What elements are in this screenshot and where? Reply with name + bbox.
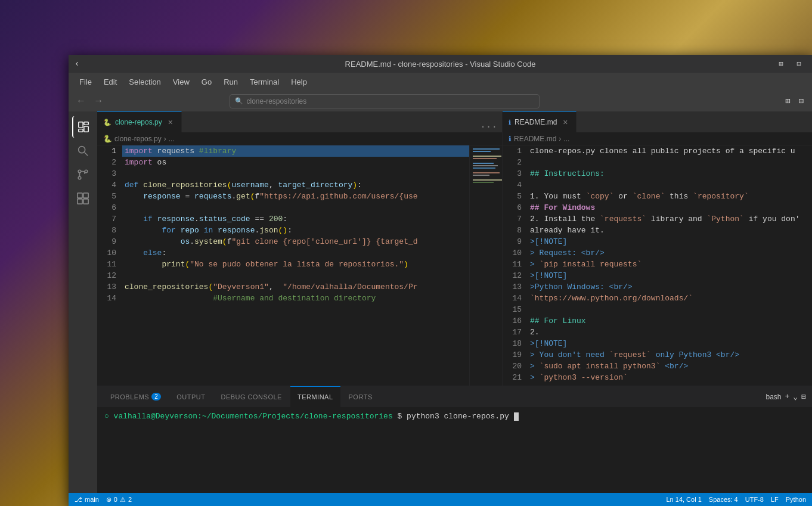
tab-clone-repos-py[interactable]: 🐍 clone-repos.py ×: [97, 111, 182, 132]
bottom-panel: PROBLEMS 2 OUTPUT DEBUG CONSOLE TERMINAL…: [97, 386, 812, 493]
tab-output[interactable]: OUTPUT: [169, 386, 212, 407]
menu-run[interactable]: Run: [219, 75, 243, 89]
left-tab-bar: 🐍 clone-repos.py × ···: [97, 111, 502, 132]
rln-4: 4: [503, 179, 528, 191]
forward-button[interactable]: →: [92, 95, 106, 108]
warning-count: 2: [128, 496, 132, 503]
line-num-3: 3: [97, 168, 122, 179]
readme-line-9: >[!NOTE]: [528, 236, 812, 247]
python-file-icon: 🐍: [103, 119, 111, 126]
menu-terminal[interactable]: Terminal: [245, 75, 284, 89]
tab-debug-console[interactable]: DEBUG CONSOLE: [213, 386, 289, 407]
rln-21: 21: [503, 372, 528, 383]
readme-line-6: ## For Windows: [528, 202, 812, 213]
tab-readme-md[interactable]: ℹ README.md ×: [503, 111, 577, 132]
terminal-split-icon[interactable]: ⌄: [793, 392, 798, 402]
terminal-command: $ python3 clone-repos.py: [398, 412, 509, 421]
explorer-icon[interactable]: [72, 116, 94, 138]
terminal-content[interactable]: ○ valhalla@Deyverson:~/Documentos/Projec…: [97, 407, 812, 493]
menu-file[interactable]: File: [75, 75, 97, 89]
code-line-3: [122, 168, 469, 179]
left-code-content[interactable]: import requests #library import os def c…: [122, 145, 469, 386]
status-encoding[interactable]: UTF-8: [745, 496, 764, 503]
status-eol[interactable]: LF: [771, 496, 779, 503]
branch-name: main: [85, 496, 99, 503]
add-terminal-icon[interactable]: +: [785, 392, 790, 401]
rln-18: 18: [503, 338, 528, 349]
terminal-controls: bash + ⌄ ⊟: [766, 392, 807, 402]
rln-16: 16: [503, 315, 528, 327]
split-view-icon[interactable]: ⊞: [783, 95, 792, 107]
search-activity-icon[interactable]: [72, 140, 94, 162]
right-line-numbers: 1 2 3 4 5 6 7 8 9 10 11 12 13: [503, 145, 528, 386]
back-chevron-icon[interactable]: ‹: [75, 59, 79, 69]
layout-icon[interactable]: ⊟: [792, 58, 806, 69]
line-num-14: 14: [97, 293, 122, 304]
tab-problems[interactable]: PROBLEMS 2: [103, 386, 168, 407]
line-num-11: 11: [97, 259, 122, 270]
tab-close-right[interactable]: ×: [560, 117, 570, 127]
line-num-12: 12: [97, 270, 122, 281]
svg-rect-10: [83, 193, 88, 198]
svg-rect-1: [84, 122, 88, 125]
split-editor-icon[interactable]: ⊞: [774, 58, 788, 69]
svg-point-6: [78, 170, 81, 173]
source-control-icon[interactable]: [72, 164, 94, 185]
tab-close-left[interactable]: ×: [166, 117, 175, 127]
code-line-6: [122, 202, 469, 213]
tab-terminal[interactable]: TERMINAL: [290, 386, 340, 407]
rln-7: 7: [503, 213, 528, 225]
status-branch[interactable]: ⎇ main: [75, 496, 99, 504]
rln-11: 11: [503, 259, 528, 270]
editors-container: 🐍 clone-repos.py × ··· 🐍 clone-repos.py …: [97, 111, 812, 493]
rln-14: 14: [503, 293, 528, 304]
svg-rect-20: [473, 172, 500, 173]
line-num-5: 5: [97, 191, 122, 202]
menu-edit[interactable]: Edit: [99, 75, 122, 89]
svg-line-5: [85, 153, 88, 156]
status-spaces[interactable]: Spaces: 4: [709, 496, 738, 503]
rln-15: 15: [503, 304, 528, 315]
editor-area: 🐍 clone-repos.py × ··· 🐍 clone-repos.py …: [69, 111, 812, 493]
search-icon: 🔍: [235, 97, 243, 105]
back-button[interactable]: ←: [75, 95, 88, 108]
readme-line-7: 2. Install the `requests` library and `P…: [528, 213, 812, 225]
status-errors[interactable]: ⊗ 0 ⚠ 2: [106, 496, 132, 504]
readme-line-10: > Request: <br/>: [528, 247, 812, 259]
right-code-area[interactable]: 1 2 3 4 5 6 7 8 9 10 11 12 13: [503, 145, 812, 386]
readme-line-4: [528, 179, 812, 191]
terminal-circle: ○: [104, 412, 114, 421]
line-num-1: 1: [97, 145, 122, 157]
rln-2: 2: [503, 157, 528, 168]
layout-toggle-icon[interactable]: ⊟: [796, 95, 806, 107]
code-line-9: os.system(f"git clone {repo['clone_url']…: [122, 236, 469, 247]
terminal-maximize-icon[interactable]: ⊟: [801, 392, 806, 402]
line-num-6: 6: [97, 202, 122, 213]
status-language[interactable]: Python: [786, 496, 806, 503]
left-code-area[interactable]: 1 2 3 4 5 6 7 8 9 10 11 12 13: [97, 145, 502, 386]
tab-ports[interactable]: PORTS: [342, 386, 380, 407]
workspace-search[interactable]: 🔍 clone-respositories: [230, 94, 540, 108]
readme-line-2: [528, 157, 812, 168]
status-position[interactable]: Ln 14, Col 1: [666, 496, 701, 503]
svg-rect-15: [473, 156, 501, 157]
window-title: README.md - clone-respositories - Visual…: [345, 60, 536, 69]
menu-view[interactable]: View: [168, 75, 194, 89]
code-line-4: def clone_repositories(username, target_…: [122, 179, 469, 191]
tab-more-button[interactable]: ···: [475, 122, 502, 132]
svg-rect-16: [473, 158, 497, 159]
menu-selection[interactable]: Selection: [124, 75, 165, 89]
extensions-icon[interactable]: [72, 188, 94, 209]
minimap: [469, 145, 502, 386]
menu-go[interactable]: Go: [197, 75, 216, 89]
code-line-12: [122, 270, 469, 281]
toolbar-right: ⊞ ⊟: [783, 95, 806, 107]
svg-rect-23: [473, 182, 494, 183]
right-code-content[interactable]: clone-repos.py clones all public project…: [528, 145, 812, 386]
title-bar-left: ‹: [75, 59, 79, 69]
svg-rect-17: [473, 163, 494, 164]
menu-help[interactable]: Help: [286, 75, 312, 89]
readme-line-5: 1. You must `copy` or `clone` this `repo…: [528, 191, 812, 202]
activity-bar: [69, 111, 97, 493]
readme-file-icon: ℹ: [509, 119, 511, 126]
